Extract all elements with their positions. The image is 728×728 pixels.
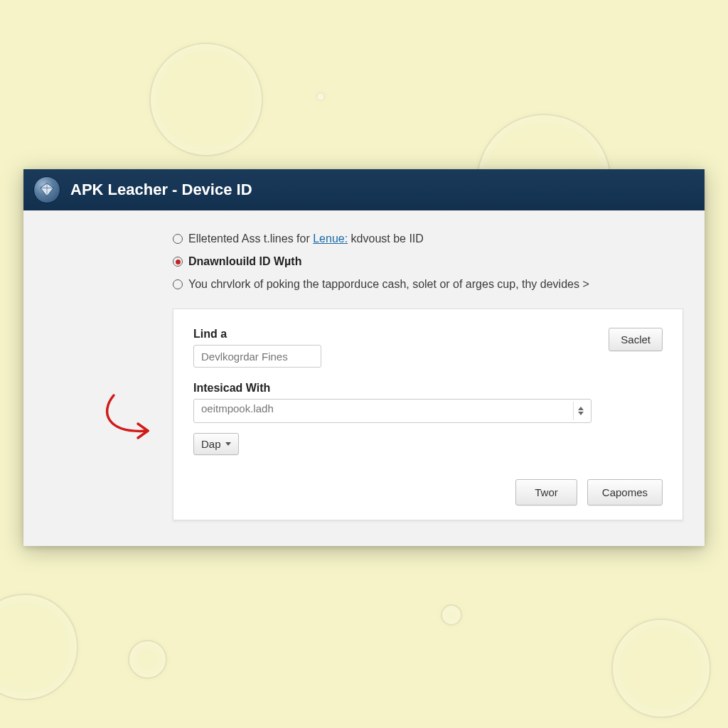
field-label: Intesicad With bbox=[193, 382, 663, 395]
radio-icon bbox=[173, 234, 183, 244]
chevron-down-icon bbox=[225, 442, 231, 446]
button-label: Capomes bbox=[602, 486, 648, 498]
updown-icon bbox=[573, 402, 587, 420]
radio-icon bbox=[173, 279, 183, 289]
radio-label: Dnawnlouild ID Wµth bbox=[188, 253, 301, 270]
bg-bubble bbox=[149, 43, 263, 156]
app-icon bbox=[33, 176, 60, 203]
field-lind-a: Lind a bbox=[193, 328, 321, 368]
form-panel: Lind a Saclet Intesicad With oeitmpook.l… bbox=[173, 309, 683, 520]
bg-bubble bbox=[611, 619, 711, 718]
bg-bubble bbox=[441, 604, 462, 626]
radio-label: You chrvlork of poking the tapporduce ca… bbox=[188, 276, 589, 293]
radio-option-1[interactable]: Elletented Ass t.lines for Lenue: kdvous… bbox=[173, 228, 683, 250]
field-label: Lind a bbox=[193, 328, 321, 341]
dap-dropdown-button[interactable]: Dap bbox=[193, 433, 239, 455]
bg-bubble bbox=[316, 92, 325, 101]
radio-option-2[interactable]: Dnawnlouild ID Wµth bbox=[173, 250, 683, 273]
diamond-icon bbox=[39, 182, 55, 198]
intesicad-select[interactable]: oeitmpook.ladh bbox=[193, 399, 592, 423]
twor-button[interactable]: Twor bbox=[515, 479, 577, 505]
field-intesicad-with: Intesicad With oeitmpook.ladh bbox=[193, 382, 663, 423]
title-bar: APK Leacher - Device ID bbox=[23, 169, 705, 210]
button-label: Twor bbox=[535, 486, 558, 498]
radio-text-prefix: Elletented Ass t.lines for bbox=[188, 232, 313, 245]
bg-bubble bbox=[0, 594, 78, 700]
radio-group: Elletented Ass t.lines for Lenue: kdvous… bbox=[173, 228, 683, 296]
window-title: APK Leacher - Device ID bbox=[70, 181, 252, 199]
bg-bubble bbox=[128, 640, 167, 679]
lind-a-input[interactable] bbox=[193, 345, 321, 368]
lenue-link[interactable]: Lenue: bbox=[313, 232, 348, 245]
radio-option-3[interactable]: You chrvlork of poking the tapporduce ca… bbox=[173, 273, 683, 296]
window-body: Elletented Ass t.lines for Lenue: kdvous… bbox=[23, 210, 705, 546]
button-label: Saclet bbox=[621, 333, 651, 346]
radio-text-suffix: kdvoust be IID bbox=[351, 232, 424, 245]
radio-icon-selected bbox=[173, 257, 183, 267]
panel-actions: Twor Capomes bbox=[193, 479, 663, 505]
button-label: Dap bbox=[201, 438, 221, 450]
app-window: APK Leacher - Device ID Elletented Ass t… bbox=[23, 169, 705, 546]
select-value: oeitmpook.ladh bbox=[193, 399, 592, 423]
capomes-button[interactable]: Capomes bbox=[587, 479, 663, 505]
saclet-button[interactable]: Saclet bbox=[609, 328, 663, 351]
radio-label: Elletented Ass t.lines for Lenue: kdvous… bbox=[188, 230, 424, 247]
